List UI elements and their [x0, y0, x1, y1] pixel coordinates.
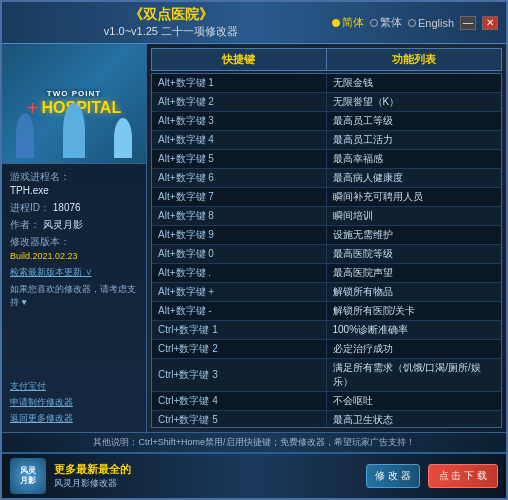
table-row: Alt+数字键 +解锁所有物品	[152, 283, 501, 302]
game-name-label: 游戏进程名：	[10, 171, 70, 182]
header-title: 《双点医院》 v1.0~v1.25 二十一项修改器	[10, 6, 332, 39]
hotkey-func: 最高员工活力	[327, 131, 502, 149]
character-group	[2, 103, 146, 158]
close-button[interactable]: ✕	[482, 16, 498, 30]
table-row: Alt+数字键 2无限誉望（K）	[152, 93, 501, 112]
check-update-link[interactable]: 检索最新版本更新 ∨	[10, 266, 138, 279]
right-panel: 快捷键 功能列表 Alt+数字键 1无限金钱Alt+数字键 2无限誉望（K）Al…	[147, 44, 506, 432]
col1-header: 快捷键	[152, 49, 327, 70]
process-id-label: 进程ID：	[10, 202, 50, 213]
hotkey-func: 最高医院等级	[327, 245, 502, 263]
hotkey-key: Alt+数字键 7	[152, 188, 327, 206]
footer-tip: 其他说明：Ctrl+Shift+Home禁用/启用快捷键；免费修改器，希望玩家广…	[10, 436, 498, 449]
lang-english[interactable]: English	[408, 17, 454, 29]
hotkey-key: Alt+数字键 1	[152, 74, 327, 92]
hotkey-key: Alt+数字键 2	[152, 93, 327, 111]
hotkey-func: 不会呕吐	[327, 392, 502, 410]
game-title: 《双点医院》	[10, 6, 332, 24]
header: 《双点医院》 v1.0~v1.25 二十一项修改器 简体 繁体 English …	[2, 2, 506, 44]
hotkey-func: 无限誉望（K）	[327, 93, 502, 111]
download-button[interactable]: 点 击 下 载	[428, 464, 498, 488]
hotkey-key: Ctrl+数字键 5	[152, 411, 327, 428]
hotkey-key: Alt+数字键 4	[152, 131, 327, 149]
table-row: Ctrl+数字键 1100%诊断准确率	[152, 321, 501, 340]
table-row: Alt+数字键 8瞬间培训	[152, 207, 501, 226]
alipay-link[interactable]: 支付宝付	[10, 380, 138, 393]
author-value: 风灵月影	[43, 219, 83, 230]
lang-simple[interactable]: 简体	[332, 15, 364, 30]
hotkey-func: 瞬间补充可聘用人员	[327, 188, 502, 206]
mod-version-label: 修改器版本：	[10, 236, 70, 247]
hotkey-func: 最高幸福感	[327, 150, 502, 168]
minimize-button[interactable]: —	[460, 16, 476, 30]
col2-header: 功能列表	[327, 49, 502, 70]
hotkey-key: Alt+数字键 9	[152, 226, 327, 244]
hotkey-key: Ctrl+数字键 1	[152, 321, 327, 339]
game-image: TWO POINT + HOSPITAL	[2, 44, 146, 164]
character-2	[63, 103, 85, 158]
table-header: 快捷键 功能列表	[151, 48, 502, 71]
banner-content: 更多最新最全的 风灵月影修改器	[54, 462, 358, 490]
hotkey-key: Alt+数字键 8	[152, 207, 327, 225]
banner-logo-text: 风灵 月影	[20, 466, 36, 485]
table-row: Alt+数字键 6最高病人健康度	[152, 169, 501, 188]
hotkey-func: 瞬间培训	[327, 207, 502, 225]
table-row: Ctrl+数字键 4不会呕吐	[152, 392, 501, 411]
character-3	[114, 118, 132, 158]
table-row: Ctrl+数字键 5最高卫生状态	[152, 411, 501, 428]
process-id-value: 18076	[53, 202, 81, 213]
body: TWO POINT + HOSPITAL 游戏进程名： TPH.exe	[2, 44, 506, 432]
hotkey-key: Alt+数字键 -	[152, 302, 327, 320]
game-name-row: 游戏进程名： TPH.exe	[10, 170, 138, 198]
table-row: Alt+数字键 .最高医院声望	[152, 264, 501, 283]
mod-version-value: Build.2021.02.23	[10, 251, 78, 261]
hotkey-key: Alt+数字键 .	[152, 264, 327, 282]
banner-line1: 更多最新最全的	[54, 462, 358, 477]
radio-traditional	[370, 19, 378, 27]
hotkey-key: Alt+数字键 3	[152, 112, 327, 130]
request-mod-link[interactable]: 申请制作修改器	[10, 396, 138, 409]
table-row: Alt+数字键 -解锁所有医院/关卡	[152, 302, 501, 321]
hotkey-func: 满足所有需求（饥饿/口渴/厕所/娱乐）	[327, 359, 502, 391]
banner-logo: 风灵 月影	[10, 458, 46, 494]
tip-text: 如果您喜欢的修改器，请考虑支持 ♥	[10, 283, 138, 308]
left-links: 支付宝付 申请制作修改器 返回更多修改器	[2, 376, 146, 432]
hotkey-func: 最高病人健康度	[327, 169, 502, 187]
hotkey-func: 必定治疗成功	[327, 340, 502, 358]
left-info: 游戏进程名： TPH.exe 进程ID： 18076 作者： 风灵月影 修改器版…	[2, 164, 146, 376]
hotkey-key: Alt+数字键 5	[152, 150, 327, 168]
bottom-banner: 风灵 月影 更多最新最全的 风灵月影修改器 修 改 器 点 击 下 载	[2, 452, 506, 498]
table-row: Alt+数字键 9设施无需维护	[152, 226, 501, 245]
lang-traditional[interactable]: 繁体	[370, 15, 402, 30]
version-text: v1.0~v1.25 二十一项修改器	[10, 24, 332, 39]
hotkey-func: 最高员工等级	[327, 112, 502, 130]
hotkey-key: Ctrl+数字键 3	[152, 359, 327, 391]
banner-line2: 风灵月影修改器	[54, 477, 358, 490]
process-id-row: 进程ID： 18076	[10, 201, 138, 215]
hotkey-func: 100%诊断准确率	[327, 321, 502, 339]
table-row: Alt+数字键 7瞬间补充可聘用人员	[152, 188, 501, 207]
hotkey-func: 最高医院声望	[327, 264, 502, 282]
table-row: Ctrl+数字键 2必定治疗成功	[152, 340, 501, 359]
table-row: Alt+数字键 4最高员工活力	[152, 131, 501, 150]
hotkey-func: 无限金钱	[327, 74, 502, 92]
character-1	[16, 113, 34, 158]
hotkey-key: Ctrl+数字键 2	[152, 340, 327, 358]
hotkey-func: 解锁所有医院/关卡	[327, 302, 502, 320]
table-row: Alt+数字键 5最高幸福感	[152, 150, 501, 169]
table-row: Ctrl+数字键 3满足所有需求（饥饿/口渴/厕所/娱乐）	[152, 359, 501, 392]
radio-english	[408, 19, 416, 27]
table-row: Alt+数字键 3最高员工等级	[152, 112, 501, 131]
modify-button[interactable]: 修 改 器	[366, 464, 420, 488]
hotkey-key: Alt+数字键 0	[152, 245, 327, 263]
mod-version-row: 修改器版本： Build.2021.02.23	[10, 235, 138, 263]
table-row: Alt+数字键 1无限金钱	[152, 74, 501, 93]
hotkey-key: Alt+数字键 +	[152, 283, 327, 301]
hotkey-func: 设施无需维护	[327, 226, 502, 244]
logo-two-point: TWO POINT	[47, 89, 101, 98]
hotkey-func: 解锁所有物品	[327, 283, 502, 301]
footer: 其他说明：Ctrl+Shift+Home禁用/启用快捷键；免费修改器，希望玩家广…	[2, 432, 506, 452]
author-label: 作者：	[10, 219, 40, 230]
more-mods-link[interactable]: 返回更多修改器	[10, 412, 138, 425]
left-panel: TWO POINT + HOSPITAL 游戏进程名： TPH.exe	[2, 44, 147, 432]
